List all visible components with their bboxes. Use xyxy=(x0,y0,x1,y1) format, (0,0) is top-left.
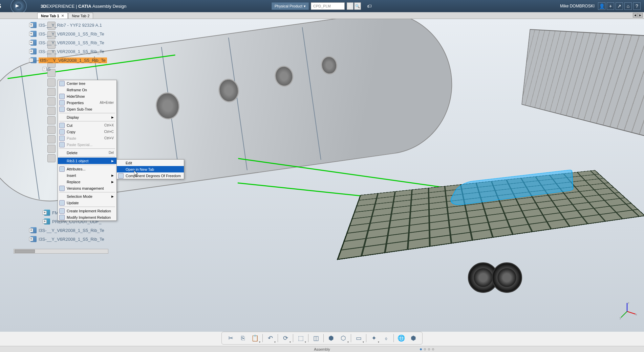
expand-icon[interactable]: + xyxy=(29,41,33,45)
expand-icon[interactable]: + xyxy=(29,237,33,241)
tab-prev-button[interactable]: ◄ xyxy=(633,13,638,18)
search-clear-button[interactable]: ○ xyxy=(347,2,353,10)
cut-tool[interactable]: ✂ xyxy=(226,333,235,343)
action-icon[interactable] xyxy=(47,78,56,87)
spatial-tool[interactable]: ◫ xyxy=(311,333,321,343)
tab-new-tab-1[interactable]: New Tab 1 ✕ xyxy=(37,13,68,19)
tree-item[interactable]: + I3S-__Y_Rib7 - YYF2 92329 A.1 xyxy=(10,21,112,29)
menu-versions[interactable]: Versions management xyxy=(58,185,116,191)
product-type-select[interactable]: Physical Product▾ xyxy=(272,2,309,10)
svg-text:x: x xyxy=(636,313,637,316)
tab-new-tab-2[interactable]: New Tab 2 xyxy=(68,13,93,19)
context-menu: Center tree Reframe On Hide/Show Propert… xyxy=(58,80,117,221)
collapse-icon[interactable]: − xyxy=(29,58,33,62)
page-indicator[interactable] xyxy=(420,348,434,350)
menu-attributes[interactable]: Attributes... xyxy=(58,166,116,172)
compass-logo[interactable]: ▶ xyxy=(3,0,34,12)
header-search-area: Physical Product▾ CPD_PLM ○ 🔍 🏷 xyxy=(272,2,372,10)
menu-hide-show[interactable]: Hide/Show xyxy=(58,93,116,99)
scrollbar-thumb[interactable] xyxy=(15,250,35,253)
tab-next-button[interactable]: ► xyxy=(638,13,643,18)
spec-tree[interactable]: + I3S-__Y_Rib7 - YYF2 92329 A.1 + I3S-__… xyxy=(10,21,112,73)
smart-move-tool[interactable]: 🌐 xyxy=(396,333,406,343)
menu-create-implement[interactable]: Create Implement Relation xyxy=(58,208,116,214)
paste-tool[interactable]: 📋 xyxy=(250,333,260,343)
ds-logo-icon[interactable]: 𝒟S xyxy=(0,0,3,12)
collapse-icon[interactable]: − xyxy=(43,67,47,71)
menu-separator xyxy=(59,192,115,192)
menu-insert[interactable]: Insert▶ xyxy=(58,172,116,179)
expand-icon[interactable]: + xyxy=(29,32,33,36)
search-go-button[interactable]: 🔍 xyxy=(354,2,361,10)
menu-reframe-on[interactable]: Reframe On xyxy=(58,87,116,93)
submenu-arrow-icon: ▶ xyxy=(111,159,114,163)
page-dot[interactable] xyxy=(428,348,430,350)
axis-tool[interactable]: ✦ xyxy=(369,333,379,343)
copy-tool[interactable]: ⎘ xyxy=(238,333,248,343)
menu-delete[interactable]: DeleteDel xyxy=(58,149,116,156)
svg-line-1 xyxy=(621,311,627,318)
assembly-tool[interactable]: ⬡ xyxy=(339,333,348,343)
submenu-component-dof[interactable]: Component Degrees Of Freedom xyxy=(117,172,184,179)
menu-properties[interactable]: PropertiesAlt+Enter xyxy=(58,99,116,106)
share-icon[interactable]: ↗ xyxy=(616,2,623,10)
submenu-edit[interactable]: Edit xyxy=(117,160,184,166)
action-icon[interactable] xyxy=(47,145,56,153)
tag-icon[interactable]: 🏷 xyxy=(366,3,372,9)
svg-text:y: y xyxy=(620,316,621,320)
home-icon[interactable]: ⌂ xyxy=(624,2,632,10)
page-dot[interactable] xyxy=(432,348,434,350)
action-icon[interactable] xyxy=(47,97,56,105)
menu-replace[interactable]: Replace▶ xyxy=(58,179,116,185)
tree-item-child[interactable]: − I3S xyxy=(10,65,112,73)
menu-modify-implement[interactable]: Modify Implement Relation xyxy=(58,214,116,220)
tree-item[interactable]: + I3S-__Y_V6R2008_1_S5_Rib_Te xyxy=(10,29,112,38)
expand-icon[interactable]: + xyxy=(43,211,47,215)
tree-item[interactable]: + I3S-__Y_V6R2008_1_S5_Rib_Te xyxy=(10,38,112,47)
menu-paste-special[interactable]: Paste Special... xyxy=(58,141,116,148)
attributes-icon xyxy=(59,166,65,172)
menu-update[interactable]: Update xyxy=(58,200,116,206)
menu-open-subtree[interactable]: Open Sub-Tree xyxy=(58,106,116,112)
user-profile-icon[interactable]: 👤 xyxy=(598,2,605,10)
action-icon[interactable] xyxy=(47,126,56,134)
update-tool[interactable]: ⟳ xyxy=(281,333,290,343)
search-input[interactable]: CPD_PLM xyxy=(311,2,345,10)
action-icon[interactable] xyxy=(47,107,56,115)
page-dot-active[interactable] xyxy=(420,348,422,350)
help-icon[interactable]: ? xyxy=(633,2,641,10)
expand-icon[interactable]: + xyxy=(29,23,33,27)
view-compass[interactable]: x y z xyxy=(617,301,637,322)
undo-tool[interactable]: ↶ xyxy=(265,333,275,343)
manipulate-tool[interactable]: ⬢ xyxy=(326,333,336,343)
add-icon[interactable]: + xyxy=(607,2,614,10)
tree-horizontal-scrollbar[interactable] xyxy=(14,249,108,254)
snap-tool[interactable]: ⬨ xyxy=(381,333,391,343)
page-dot[interactable] xyxy=(424,348,426,350)
tree-item[interactable]: + I3S-__Y_V6R2008_1_S5_Rib_Te xyxy=(10,47,112,56)
menu-cut[interactable]: CutCtrl+X xyxy=(58,122,116,128)
expand-icon[interactable]: + xyxy=(29,228,33,232)
submenu-open-new-tab[interactable]: Open in New Tab xyxy=(117,166,184,172)
menu-paste[interactable]: PasteCtrl+V xyxy=(58,135,116,141)
product-tool[interactable]: ⬚ xyxy=(296,333,305,343)
action-icon[interactable] xyxy=(47,135,56,143)
action-icon[interactable] xyxy=(47,154,56,162)
constraint-tool[interactable]: ▭ xyxy=(354,333,363,343)
context-submenu: Edit Open in New Tab Component Degrees O… xyxy=(116,159,184,179)
action-bar: ✂ ⎘ 📋 ↶ ⟳ ⬚ ◫ ⬢ ⬡ ▭ ✦ ⬨ 🌐 ⬢ xyxy=(221,332,423,345)
tree-item-selected[interactable]: − I3S-__Y_V6R2008_1_S5_Rib_Te xyxy=(10,56,112,65)
tree-item[interactable]: + I3S-__Y_V6R2008_1_S5_Rib_Te xyxy=(10,235,112,243)
menu-selection-mode[interactable]: Selection Mode▶ xyxy=(58,193,116,200)
action-icon[interactable] xyxy=(47,116,56,124)
close-icon[interactable]: ✕ xyxy=(61,14,64,18)
action-icon[interactable] xyxy=(47,88,56,96)
menu-copy[interactable]: CopyCtrl+C xyxy=(58,128,116,135)
menu-center-tree[interactable]: Center tree xyxy=(58,80,116,87)
explode-tool[interactable]: ⬢ xyxy=(409,333,418,343)
menu-display[interactable]: Display▶ xyxy=(58,114,116,120)
expand-icon[interactable]: + xyxy=(29,49,33,53)
tree-item[interactable]: + I3S-__Y_V6R2008_1_S5_Rib_Te xyxy=(10,226,112,235)
expand-icon[interactable]: + xyxy=(43,219,47,224)
menu-rib-object[interactable]: Rib3.1 object▶ xyxy=(58,158,116,164)
